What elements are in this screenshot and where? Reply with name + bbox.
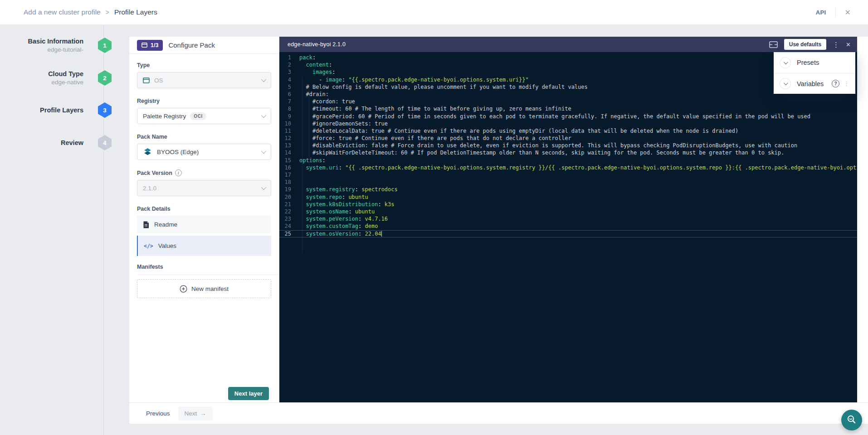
code-line[interactable]: 17	[279, 171, 857, 179]
use-defaults-button[interactable]: Use defaults	[784, 39, 826, 50]
code-line[interactable]: 5 # Below config is default value, pleas…	[279, 83, 857, 91]
stepper-connector-line	[103, 25, 104, 435]
code-line[interactable]: 9 #gracePeriod: 60 # Period of time in s…	[279, 113, 857, 120]
line-content: #force: true # Continue even if there ar…	[299, 135, 571, 142]
text-cursor	[381, 231, 382, 237]
pack-name-select[interactable]: BYOOS (Edge)	[137, 144, 271, 160]
step-count-badge: 1/3	[137, 40, 163, 51]
variables-row[interactable]: Variables ? ⋮	[774, 73, 855, 94]
type-label: Type	[137, 62, 271, 68]
line-content: # Below config is default value, please …	[299, 83, 588, 91]
readme-tab[interactable]: Readme	[137, 216, 271, 233]
next-button[interactable]: Next →	[178, 406, 213, 420]
panel-title: Configure Pack	[168, 41, 215, 49]
values-tab[interactable]: </> Values	[137, 236, 271, 256]
info-icon[interactable]: i	[175, 169, 182, 176]
code-line[interactable]: 23 system.peVersion: v4.7.16	[279, 215, 857, 222]
page: Add a new cluster profile > Profile Laye…	[0, 0, 868, 435]
breadcrumb-current: Profile Layers	[114, 8, 157, 16]
code-line[interactable]: 2 content:	[279, 61, 857, 68]
step-labels: Cloud Typeedge-native	[18, 70, 98, 86]
readme-tab-label: Readme	[154, 221, 177, 228]
code-line[interactable]: 7 #cordon: true	[279, 98, 857, 105]
line-content: #timeout: 60 # The length of time to wai…	[299, 105, 571, 112]
code-editor-area[interactable]: 1pack:2 content:3 images:4 - image: "{{.…	[279, 52, 857, 402]
new-manifest-button[interactable]: New manifest	[137, 279, 271, 298]
registry-select[interactable]: Palette Registry OCI	[137, 108, 271, 124]
step-item-1[interactable]: Basic Informationedge-tutorial-1	[18, 38, 112, 53]
code-line[interactable]: 22 system.osName: ubuntu	[279, 208, 857, 215]
line-number: 23	[279, 215, 299, 222]
variables-label: Variables	[797, 80, 824, 87]
breadcrumb-separator: >	[106, 9, 109, 16]
pack-version-label-text: Pack Version	[137, 170, 172, 176]
line-number: 25	[279, 230, 299, 237]
code-line[interactable]: 24 system.customTag: demo	[279, 222, 857, 230]
code-line[interactable]: 14 #skipWaitForDeleteTimeout: 60 # If po…	[279, 149, 857, 156]
code-line[interactable]: 6 #drain:	[279, 91, 857, 98]
code-line[interactable]: 19 system.registry: spectrodocs	[279, 186, 857, 193]
line-number: 4	[279, 76, 299, 83]
registry-value: Palette Registry	[143, 113, 186, 120]
line-content: - image: "{{.spectro.pack.edge-native-by…	[299, 76, 529, 83]
line-content: system.uri: "{{ .spectro.pack.edge-nativ…	[299, 164, 857, 171]
topbar-close-icon[interactable]: ✕	[845, 8, 851, 17]
code-line[interactable]: 20 system.repo: ubuntu	[279, 193, 857, 201]
step-subtitle: edge-tutorial-	[18, 46, 83, 53]
line-content: #ignoreDaemonSets: true	[299, 120, 388, 127]
step-badge: 4	[98, 135, 112, 150]
presets-row[interactable]: Presets	[774, 52, 855, 73]
step-item-2[interactable]: Cloud Typeedge-native2	[18, 70, 112, 86]
indent-guide	[302, 77, 302, 253]
split-editor-icon[interactable]	[769, 41, 778, 48]
pack-version-label: Pack Version i	[137, 169, 271, 176]
line-content: system.customTag: demo	[299, 222, 378, 230]
code-line[interactable]: 4 - image: "{{.spectro.pack.edge-native-…	[279, 76, 857, 83]
code-line[interactable]: 16 system.uri: "{{ .spectro.pack.edge-na…	[279, 164, 857, 171]
code-line[interactable]: 8 #timeout: 60 # The length of time to w…	[279, 105, 857, 112]
code-line[interactable]: 3 images:	[279, 68, 857, 76]
help-icon[interactable]: ?	[832, 80, 839, 87]
code-line[interactable]: 13 #disableEviction: false # Force drain…	[279, 142, 857, 149]
next-button-label: Next	[185, 410, 197, 417]
pack-details-label: Pack Details	[137, 206, 271, 212]
magnifier-smile-icon	[846, 414, 858, 426]
code-line[interactable]: 25 system.osVersion: 22.04	[279, 230, 857, 237]
chevron-down-icon	[261, 113, 266, 118]
code-line[interactable]: 11 #deleteLocalData: true # Continue eve…	[279, 127, 857, 135]
step-badge: 3	[98, 102, 112, 118]
help-chat-button[interactable]	[841, 410, 862, 430]
line-content: system.repo: ubuntu	[299, 193, 368, 201]
code-line[interactable]: 12 #force: true # Continue even if there…	[279, 135, 857, 142]
code-line[interactable]: 18	[279, 179, 857, 186]
previous-button[interactable]: Previous	[141, 406, 175, 420]
line-number: 1	[279, 54, 299, 61]
code-line[interactable]: 10 #ignoreDaemonSets: true	[279, 120, 857, 127]
code-line[interactable]: 15options:	[279, 157, 857, 164]
chevron-down-circle-icon[interactable]	[780, 78, 791, 89]
line-number: 9	[279, 113, 299, 120]
editor-pack-title: edge-native-byoi 2.1.0	[288, 41, 346, 48]
editor-close-icon[interactable]: ✕	[846, 41, 851, 48]
api-button[interactable]: API	[816, 9, 826, 16]
editor-kebab-icon[interactable]: ⋮	[833, 41, 839, 48]
variables-kebab-icon[interactable]: ⋮	[844, 80, 849, 87]
code-icon: </>	[144, 243, 153, 249]
wizard-footer: Previous Next →	[129, 402, 868, 424]
type-value: OS	[154, 77, 163, 84]
code-line[interactable]: 1pack:	[279, 54, 857, 61]
breadcrumb-parent-link[interactable]: Add a new cluster profile	[24, 8, 101, 16]
line-number: 5	[279, 83, 299, 91]
code-line[interactable]: 21 system.k8sDistribution: k3s	[279, 201, 857, 208]
line-number: 3	[279, 68, 299, 76]
line-number: 11	[279, 127, 299, 135]
breadcrumb: Add a new cluster profile > Profile Laye…	[24, 8, 157, 16]
line-content: pack:	[299, 54, 316, 61]
presets-label: Presets	[797, 59, 819, 66]
topbar-actions: API ✕	[816, 7, 851, 17]
step-item-4[interactable]: Review4	[18, 135, 112, 150]
byoos-pack-icon	[143, 147, 152, 157]
chevron-down-circle-icon[interactable]	[780, 57, 791, 68]
step-item-3[interactable]: Profile Layers3	[18, 102, 112, 118]
next-layer-button[interactable]: Next layer	[228, 387, 269, 400]
